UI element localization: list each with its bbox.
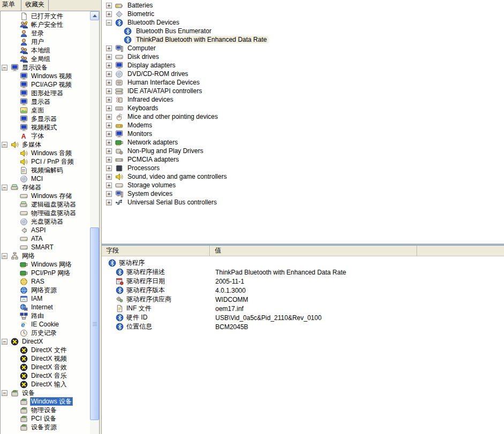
sidebar-tree-item[interactable]: 多显示器 bbox=[1, 115, 89, 123]
expand-icon[interactable]: + bbox=[106, 148, 112, 154]
expand-icon[interactable]: + bbox=[106, 63, 112, 68]
sidebar-tree-item[interactable]: 桌面 bbox=[1, 106, 89, 115]
expand-icon[interactable]: + bbox=[106, 191, 112, 197]
collapse-icon[interactable]: − bbox=[2, 253, 7, 259]
device-tree-item[interactable]: +Sound, video and game controllers bbox=[102, 172, 504, 181]
device-tree-item[interactable]: +Monitors bbox=[102, 130, 504, 138]
sidebar-tree-item[interactable]: 全局组 bbox=[1, 55, 89, 63]
property-row[interactable]: 驱动程序日期2005-11-1 bbox=[102, 277, 504, 286]
device-tree-item[interactable]: +Computer bbox=[102, 44, 504, 52]
sidebar-tree-item[interactable]: 光盘驱动器 bbox=[1, 217, 89, 226]
sidebar-tree-item[interactable]: Windows 设备 bbox=[1, 397, 89, 406]
expand-icon[interactable]: + bbox=[106, 54, 112, 60]
device-tree-item[interactable]: +Modems bbox=[102, 121, 504, 130]
scroll-up-button[interactable] bbox=[90, 11, 99, 20]
property-row[interactable]: 硬件 IDUSB\Vid_0a5c&Pid_2110&Rev_0100 bbox=[102, 313, 504, 322]
sidebar-tree-item[interactable]: PCI / PnP 音频 bbox=[1, 157, 89, 166]
column-header-empty[interactable] bbox=[417, 246, 504, 256]
sidebar-tree-item[interactable]: Internet bbox=[1, 303, 89, 311]
sidebar-tree-item[interactable]: DirectX 文件 bbox=[1, 346, 89, 354]
collapse-icon[interactable]: − bbox=[2, 390, 7, 396]
sidebar-tree-item[interactable]: Windows 存储 bbox=[1, 192, 89, 200]
expand-icon[interactable]: + bbox=[106, 131, 112, 137]
sidebar-tree-item[interactable]: 逻辑磁盘驱动器 bbox=[1, 200, 89, 209]
collapse-icon[interactable]: − bbox=[2, 65, 7, 71]
sidebar-tree-item[interactable]: 路由 bbox=[1, 311, 89, 320]
column-header-field[interactable]: 字段 bbox=[102, 246, 210, 256]
sidebar-tree-item[interactable]: PCI/PnP 网络 bbox=[1, 269, 89, 277]
device-tree-item[interactable]: +System devices bbox=[102, 189, 504, 198]
device-tree-item[interactable]: +IDE ATA/ATAPI controllers bbox=[102, 87, 504, 95]
sidebar-tree-item[interactable]: −网络 bbox=[1, 252, 89, 260]
property-row[interactable]: 位置信息BCM2045B bbox=[102, 322, 504, 331]
sidebar-tree-item[interactable]: 物理磁盘驱动器 bbox=[1, 209, 89, 217]
device-tree-item[interactable]: +Human Interface Devices bbox=[102, 78, 504, 87]
tab-menu[interactable]: 菜单 bbox=[0, 0, 19, 11]
sidebar-tree-item[interactable]: PCI 设备 bbox=[1, 414, 89, 423]
device-tree-item[interactable]: +Mice and other pointing devices bbox=[102, 112, 504, 121]
device-tree-item[interactable]: +PCMCIA adapters bbox=[102, 155, 504, 164]
sidebar-tree-item[interactable]: 历史记录 bbox=[1, 329, 89, 337]
device-tree-item[interactable]: ThinkPad Bluetooth with Enhanced Data Ra… bbox=[102, 35, 504, 44]
expand-icon[interactable]: + bbox=[106, 97, 112, 103]
device-tree-item[interactable]: Bluetooth Bus Enumerator bbox=[102, 27, 504, 35]
sidebar-tree-item[interactable]: 物理设备 bbox=[1, 406, 89, 414]
sidebar-tree-item[interactable]: ASPI bbox=[1, 226, 89, 234]
sidebar-tree-item[interactable]: −显示设备 bbox=[1, 63, 89, 72]
expand-icon[interactable]: + bbox=[106, 165, 112, 171]
sidebar-tree-item[interactable]: 用户 bbox=[1, 37, 89, 46]
sidebar-tree-item[interactable]: 显示器 bbox=[1, 97, 89, 106]
sidebar-tree-item[interactable]: Windows 视频 bbox=[1, 72, 89, 80]
sidebar-tree-item[interactable]: MCI bbox=[1, 174, 89, 183]
expand-icon[interactable]: + bbox=[106, 80, 112, 86]
sidebar-tree-item[interactable]: DirectX 输入 bbox=[1, 380, 89, 389]
sidebar-tree-item[interactable]: Windows 网络 bbox=[1, 260, 89, 269]
expand-icon[interactable]: + bbox=[106, 123, 112, 128]
expand-icon[interactable]: + bbox=[106, 200, 112, 205]
column-header-value[interactable]: 值 bbox=[210, 246, 417, 256]
sidebar-tree-item[interactable]: 视频编解码 bbox=[1, 166, 89, 174]
expand-icon[interactable]: + bbox=[106, 71, 112, 77]
collapse-icon[interactable]: − bbox=[2, 185, 7, 191]
sidebar-tree-item[interactable]: 图形处理器 bbox=[1, 89, 89, 97]
device-tree-item[interactable]: +Non-Plug and Play Drivers bbox=[102, 147, 504, 155]
sidebar-tree-item[interactable]: 设备资源 bbox=[1, 423, 89, 431]
device-tree-item[interactable]: +Infrared devices bbox=[102, 95, 504, 104]
tab-favorites[interactable]: 收藏夹 bbox=[21, 0, 49, 11]
scrollbar-track[interactable] bbox=[90, 20, 99, 434]
device-tree-item[interactable]: +DVD/CD-ROM drives bbox=[102, 70, 504, 78]
property-row[interactable]: 驱动程序 bbox=[102, 258, 504, 268]
sidebar-tree-item[interactable]: 帐户安全性 bbox=[1, 20, 89, 29]
sidebar-tree-item[interactable]: 本地组 bbox=[1, 46, 89, 55]
expand-icon[interactable]: + bbox=[106, 105, 112, 111]
expand-icon[interactable]: + bbox=[106, 45, 112, 51]
sidebar-tree-item[interactable]: DirectX 音乐 bbox=[1, 371, 89, 380]
sidebar-tree-item[interactable]: Windows 音频 bbox=[1, 149, 89, 157]
sidebar-tree-item[interactable]: RAS bbox=[1, 277, 89, 286]
device-tree-item[interactable]: +Processors bbox=[102, 164, 504, 172]
property-row[interactable]: 驱动程序版本4.0.1.3000 bbox=[102, 286, 504, 295]
sidebar-tree-item[interactable]: DirectX 音效 bbox=[1, 363, 89, 371]
sidebar-scrollbar[interactable] bbox=[90, 11, 99, 434]
collapse-icon[interactable]: − bbox=[106, 20, 112, 26]
expand-icon[interactable]: + bbox=[106, 174, 112, 180]
expand-icon[interactable]: + bbox=[106, 140, 112, 146]
property-row[interactable]: INF 文件oem17.inf bbox=[102, 304, 504, 313]
sidebar-tree-item[interactable]: −多媒体 bbox=[1, 140, 89, 149]
expand-icon[interactable]: + bbox=[106, 3, 112, 9]
sidebar-tree-item[interactable]: −存储器 bbox=[1, 183, 89, 192]
device-tree-item[interactable]: +Keyboards bbox=[102, 104, 504, 112]
collapse-icon[interactable]: − bbox=[2, 339, 7, 345]
sidebar-tree-item[interactable]: 网络资源 bbox=[1, 286, 89, 294]
device-tree-item[interactable]: +Disk drives bbox=[102, 52, 504, 61]
sidebar-tree-item[interactable]: ATA bbox=[1, 234, 89, 243]
device-tree-item[interactable]: −Bluetooth Devices bbox=[102, 18, 504, 27]
expand-icon[interactable]: + bbox=[106, 182, 112, 188]
sidebar-tree-item[interactable]: IAM bbox=[1, 294, 89, 303]
expand-icon[interactable]: + bbox=[106, 114, 112, 120]
sidebar-tree-item[interactable]: −设备 bbox=[1, 389, 89, 397]
collapse-icon[interactable]: − bbox=[2, 142, 7, 148]
property-row[interactable]: 驱动程序供应商WIDCOMM bbox=[102, 295, 504, 304]
sidebar-tree-item[interactable]: 登录 bbox=[1, 29, 89, 37]
device-tree-item[interactable]: +Biometric bbox=[102, 10, 504, 18]
